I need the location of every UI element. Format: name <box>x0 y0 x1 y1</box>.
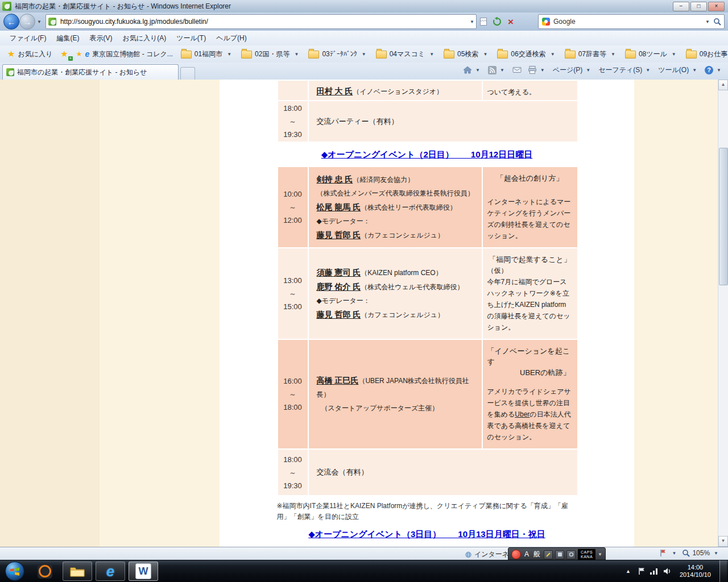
day2-heading-link[interactable]: ◆オープニングイベント（2日目） 10月12日日曜日 <box>277 149 577 160</box>
back-button[interactable]: ← <box>3 14 19 30</box>
feeds-button[interactable]: ▼ <box>485 64 509 76</box>
read-mail-button[interactable] <box>510 64 524 76</box>
ime-icon[interactable] <box>511 550 521 559</box>
scrollbar-thumb[interactable] <box>719 148 728 285</box>
chevron-down-icon: ▼ <box>360 52 368 57</box>
favorite-folder-dictionary[interactable]: 07辞書等▼ <box>561 48 621 61</box>
taskbar-ie-button[interactable]: e <box>96 562 125 581</box>
vertical-scrollbar[interactable]: ▲ ▼ <box>718 80 728 547</box>
taskbar-clock[interactable]: 14:00 2014/10/10 <box>676 564 714 579</box>
internet-explorer-icon: e <box>106 564 114 579</box>
folder-icon <box>308 51 319 59</box>
search-provider-label: Google <box>553 18 704 26</box>
speaker-name-link[interactable]: 田村 大 氏 <box>317 86 353 95</box>
chevron-down-icon: ▼ <box>584 68 592 73</box>
page-button[interactable]: ページ(P)▼ <box>550 64 595 77</box>
ime-dictionary-icon[interactable] <box>555 550 564 559</box>
folder-icon <box>241 51 252 59</box>
favorite-item-museum[interactable]: ★ e 東京国立博物館 - コレク... <box>72 48 177 61</box>
word-icon: W <box>135 563 151 579</box>
menu-help[interactable]: ヘルプ(H) <box>211 31 252 45</box>
help-button[interactable]: ? ▼ <box>702 64 726 76</box>
recent-pages-dropdown-icon[interactable]: ▼ <box>35 19 43 24</box>
speaker-name-link[interactable]: 藤見 哲郎 氏 <box>317 310 361 319</box>
address-bar: ← → ▼ ▼ × Google ▼ <box>0 13 728 31</box>
favorites-button[interactable]: ★ お気に入り <box>3 48 56 61</box>
chevron-down-icon[interactable]: ▼ <box>670 551 678 556</box>
search-magnifier-icon[interactable] <box>712 15 723 28</box>
ime-conversion-mode-button[interactable]: 般 <box>532 550 541 559</box>
address-input[interactable] <box>59 17 468 26</box>
home-icon <box>463 65 472 74</box>
chevron-down-icon: ▼ <box>225 52 233 57</box>
browser-window: 福岡市の起業・創業応援サイト - お知らせ - Windows Internet… <box>0 0 728 582</box>
favorite-folder-tools[interactable]: 08ツール▼ <box>621 48 682 61</box>
description-cell: 「福岡で起業すること」 （仮） 今年7月に福岡でグロースハックネットワーク※を立… <box>482 248 578 339</box>
menu-favorites[interactable]: お気に入り(A) <box>117 31 171 45</box>
favorite-folder-work[interactable]: 09お仕事▼ <box>682 48 728 61</box>
search-dropdown-icon[interactable]: ▼ <box>704 19 712 24</box>
tab-bar: 福岡市の起業・創業応援サイト - お知らせ ▼ ▼ ▼ ページ(P)▼ セーフテ… <box>0 63 728 80</box>
close-button[interactable]: × <box>708 2 725 11</box>
scroll-up-button[interactable]: ▲ <box>718 80 728 90</box>
volume-icon[interactable] <box>663 568 671 575</box>
favorite-folder-national[interactable]: 02国・県等▼ <box>237 48 304 61</box>
speaker-name-link[interactable]: 剣持 忠 氏 <box>317 174 353 184</box>
speaker-name-link[interactable]: 須藤 憲司 氏 <box>317 268 361 277</box>
search-box[interactable]: Google ▼ <box>538 14 725 29</box>
ime-pencil-icon[interactable] <box>544 550 553 559</box>
minimize-button[interactable]: − <box>673 2 689 11</box>
window-title: 福岡市の起業・創業応援サイト - お知らせ - Windows Internet… <box>15 2 673 11</box>
active-tab[interactable]: 福岡市の起業・創業応援サイト - お知らせ <box>2 64 179 80</box>
maximize-button[interactable]: □ <box>690 2 707 11</box>
speaker-name-link[interactable]: 松尾 龍馬 氏 <box>317 202 361 211</box>
safety-button[interactable]: セーフティ(S)▼ <box>595 64 655 77</box>
tab-favicon-icon <box>6 68 14 76</box>
show-desktop-button[interactable] <box>719 560 727 582</box>
taskbar-media-player-button[interactable] <box>31 562 59 580</box>
speaker-name-link[interactable]: 鹿野 佑介 氏 <box>317 282 361 291</box>
favorite-folder-media[interactable]: 04マスコミ▼ <box>372 48 440 61</box>
ime-caps-kana-indicator[interactable]: CAPSKANA <box>578 549 595 560</box>
ime-options-chevron-icon[interactable]: ▼ <box>598 552 602 557</box>
description-cell: 「超会社の創り方」 インターネットによるマーケティングを行うメンバーズの剣持社長… <box>482 167 578 248</box>
mail-icon <box>512 66 522 74</box>
print-button[interactable]: ▼ <box>525 64 549 76</box>
menu-view[interactable]: 表示(V) <box>84 31 117 45</box>
favorite-folder-transit[interactable]: 06交通検索▼ <box>493 48 560 61</box>
speaker-name-link[interactable]: 高橋 正巳氏 <box>317 376 359 385</box>
explorer-folder-icon <box>69 565 85 577</box>
compatibility-view-icon[interactable] <box>477 15 490 28</box>
home-button[interactable]: ▼ <box>460 64 485 76</box>
tools-button[interactable]: ツール(O)▼ <box>655 64 701 77</box>
uber-link[interactable]: Uber <box>515 410 530 418</box>
taskbar-word-button[interactable]: W <box>129 562 158 581</box>
forward-button[interactable]: → <box>19 14 35 30</box>
network-icon[interactable] <box>650 568 658 575</box>
speakers-cell: 田村 大 氏（イノベーションスタジオ） <box>308 80 482 101</box>
status-bar: インターネット A 般 CAPSKANA ▼ ▼ 105% ▼ <box>0 547 728 561</box>
menu-tools[interactable]: ツール(T) <box>171 31 211 45</box>
favorite-folder-databank[interactable]: 03ﾃﾞｰﾀﾊﾞﾝｸ▼ <box>304 48 371 60</box>
title-bar: 福岡市の起業・創業応援サイト - お知らせ - Windows Internet… <box>0 0 728 13</box>
stop-icon[interactable]: × <box>504 15 518 28</box>
address-dropdown-icon[interactable]: ▼ <box>468 19 476 24</box>
speaker-name-link[interactable]: 藤見 哲郎 氏 <box>317 230 361 239</box>
action-center-flag-icon[interactable] <box>638 567 645 575</box>
menu-file[interactable]: ファイル(F) <box>5 31 51 45</box>
add-to-favorites-bar-button[interactable]: ★+ <box>56 47 72 61</box>
show-hidden-icons-button[interactable]: ▲ <box>623 567 633 575</box>
ime-tools-icon[interactable] <box>566 550 576 559</box>
scroll-down-button[interactable]: ▼ <box>718 536 728 547</box>
new-tab-button[interactable] <box>180 67 195 80</box>
start-button[interactable] <box>5 561 25 581</box>
day3-heading-link[interactable]: ◆オープニングイベント（3日目） 10月13日月曜日・祝日 <box>277 529 577 540</box>
favorite-folder-search[interactable]: 05検索▼ <box>440 48 493 61</box>
time-cell: 13:00～15:00 <box>278 248 308 339</box>
zoom-control[interactable]: 105% ▼ <box>682 549 720 557</box>
menu-edit[interactable]: 編集(E) <box>51 31 84 45</box>
refresh-icon[interactable] <box>490 15 504 28</box>
taskbar-explorer-button[interactable] <box>63 562 92 581</box>
favorite-folder-fukuoka[interactable]: 01福岡市▼ <box>177 48 237 61</box>
ime-input-mode-button[interactable]: A <box>523 550 530 559</box>
